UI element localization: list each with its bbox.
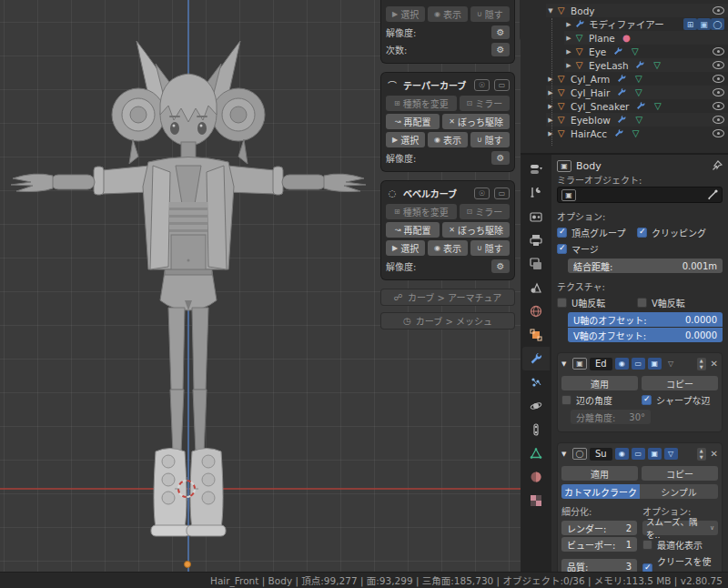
select-button[interactable]: ▶選択 xyxy=(386,6,425,22)
hide-button[interactable]: ∪隠す xyxy=(470,6,510,22)
rearrange-button[interactable]: ↝再配置 xyxy=(386,114,440,129)
editmode-toggle[interactable]: ▣ xyxy=(648,358,662,370)
resolution-settings-button[interactable]: ⚙ xyxy=(491,259,510,273)
hide-button[interactable]: ∪隠す xyxy=(470,132,510,147)
modifier-name-field[interactable]: Ed xyxy=(590,358,612,370)
expand-arrow-icon[interactable]: ▶ xyxy=(546,89,555,96)
simple-button[interactable]: シンプル xyxy=(640,484,718,499)
mirror-button[interactable]: ⊡ミラー xyxy=(460,204,510,219)
visibility-eye-icon[interactable] xyxy=(713,61,724,69)
outliner-row-body[interactable]: ▼ ▽ Body xyxy=(546,4,728,17)
apply-button[interactable]: 適用 xyxy=(561,376,638,390)
close-icon[interactable]: ✕ xyxy=(711,449,718,459)
edge-angle-checkbox[interactable]: 辺の角度 xyxy=(561,393,642,407)
subsurf-modifier-icon[interactable]: ◯ xyxy=(711,18,724,30)
tab-render[interactable] xyxy=(522,205,550,228)
outliner-row-plane[interactable]: ▶ ▽ Plane ● xyxy=(564,31,728,45)
profile-icon-button[interactable]: ☉ xyxy=(474,188,490,199)
visibility-eye-icon[interactable] xyxy=(713,102,724,110)
expand-arrow-icon[interactable]: ▶ xyxy=(546,103,555,110)
expand-arrow-icon[interactable]: ▼ xyxy=(546,7,555,15)
sharp-edges-checkbox[interactable]: シャープな辺 xyxy=(642,393,710,407)
tab-output[interactable] xyxy=(522,228,550,252)
outliner-row-eyeblow[interactable]: ▶ ▽ Eyeblow ▽ xyxy=(546,113,728,127)
tab-tool[interactable] xyxy=(522,181,550,205)
curve-to-armature-button[interactable]: ☍カーブ > アーマチュア xyxy=(380,289,515,306)
offset-u-slider[interactable]: U軸のオフセット:0.0000 xyxy=(568,312,723,327)
expand-arrow-icon[interactable]: ▶ xyxy=(564,35,573,42)
modifier-name-field[interactable]: Su xyxy=(590,448,612,461)
render-toggle[interactable]: ◉ xyxy=(615,448,629,460)
visibility-eye-icon[interactable] xyxy=(713,88,724,96)
use-creases-checkbox[interactable]: クリースを使用 xyxy=(642,554,718,572)
viewport-levels-field[interactable]: ビューポー:1 xyxy=(561,537,637,552)
editor-type-selector[interactable] xyxy=(522,157,550,181)
outliner-row-cyl-hair[interactable]: ▶ ▽ Cyl_Hair ▽ xyxy=(546,86,728,99)
visibility-eye-icon[interactable] xyxy=(713,6,724,15)
mirror-button[interactable]: ⊡ミラー xyxy=(460,96,510,111)
select-button[interactable]: ▶選択 xyxy=(386,132,425,147)
show-button[interactable]: ◉表示 xyxy=(428,6,467,22)
show-button[interactable]: ◉表示 xyxy=(428,132,467,147)
visibility-eye-icon[interactable] xyxy=(713,47,724,56)
tab-scene[interactable] xyxy=(522,276,550,299)
outliner-row-modifiers[interactable]: ▶ モディファイアー ⊞ ▣ ◯ xyxy=(564,17,728,31)
vertex-groups-checkbox[interactable]: 頂点グループ xyxy=(557,226,637,239)
tab-object[interactable] xyxy=(522,323,550,347)
eyedropper-icon[interactable] xyxy=(707,189,718,200)
hide-button[interactable]: ∪隠す xyxy=(470,240,510,256)
uv-smooth-dropdown[interactable]: スムーズ、隅を..∨ xyxy=(642,521,718,535)
copy-button[interactable]: コピー xyxy=(642,466,718,481)
editmode-toggle[interactable]: ▣ xyxy=(648,448,662,460)
clipping-checkbox[interactable]: クリッピング xyxy=(637,226,706,239)
tab-texture[interactable] xyxy=(522,489,550,512)
offset-v-slider[interactable]: V軸のオフセット:0.0000 xyxy=(568,328,723,342)
curve-to-mesh-button[interactable]: ◷カーブ > メッシュ xyxy=(380,312,515,329)
3d-viewport[interactable]: ▶選択 ◉表示 ∪隠す 解像度:⚙ 次数:⚙ ⌒ テーパーカーブ ☉ ▭ ⊞種類… xyxy=(0,0,521,572)
mirror-modifier-icon[interactable]: ⊞ xyxy=(683,18,697,30)
tab-object-data[interactable] xyxy=(522,441,550,465)
render-levels-field[interactable]: レンダー:2 xyxy=(561,521,637,535)
move-modifier-buttons[interactable]: ▲▼ xyxy=(697,358,706,370)
visibility-eye-icon[interactable] xyxy=(713,75,724,83)
outliner-row-cyl-arm[interactable]: ▶ ▽ Cyl_Arm ▽ xyxy=(546,72,728,86)
visibility-eye-icon[interactable] xyxy=(713,116,724,124)
render-toggle[interactable]: ◉ xyxy=(615,358,629,370)
merge-limit-slider[interactable]: 結合距離:0.001m xyxy=(568,259,723,273)
collapse-arrow-icon[interactable]: ▼ xyxy=(561,451,570,458)
apply-button[interactable]: 適用 xyxy=(561,466,638,481)
tab-modifiers[interactable] xyxy=(522,347,550,370)
pin-icon[interactable] xyxy=(712,160,723,171)
outliner-row-eye[interactable]: ▶ ▽ Eye ▽ xyxy=(564,45,728,58)
rearrange-button[interactable]: ↝再配置 xyxy=(386,222,440,238)
screen-icon-button[interactable]: ▭ xyxy=(494,188,510,199)
mirror-object-field[interactable]: ▣ xyxy=(557,187,723,203)
copy-button[interactable]: コピー xyxy=(642,376,718,390)
flip-u-checkbox[interactable]: U軸反転 xyxy=(557,296,637,309)
show-button[interactable]: ◉表示 xyxy=(428,240,467,256)
expand-arrow-icon[interactable]: ▶ xyxy=(546,130,555,137)
catmull-clark-button[interactable]: カトマルクラーク xyxy=(561,484,640,499)
realtime-toggle[interactable]: ▭ xyxy=(632,448,645,460)
profile-icon-button[interactable]: ☉ xyxy=(474,79,490,91)
close-icon[interactable]: ✕ xyxy=(711,359,718,369)
expand-arrow-icon[interactable]: ▶ xyxy=(564,21,573,28)
change-type-button[interactable]: ⊞種類を変更 xyxy=(386,204,457,219)
cage-toggle[interactable]: ▽ xyxy=(664,448,678,460)
tab-constraints[interactable] xyxy=(522,418,550,441)
tab-world[interactable] xyxy=(522,299,550,323)
expand-arrow-icon[interactable]: ▶ xyxy=(546,76,555,83)
quality-field[interactable]: 品質:3 xyxy=(561,559,637,572)
outliner-row-cyl-sneaker[interactable]: ▶ ▽ Cyl_Sneaker ▽ xyxy=(546,99,728,113)
merge-checkbox[interactable]: マージ xyxy=(557,242,723,256)
flip-v-checkbox[interactable]: V軸反転 xyxy=(637,296,685,309)
realtime-toggle[interactable]: ▭ xyxy=(632,358,645,370)
expand-arrow-icon[interactable]: ▶ xyxy=(546,117,555,124)
cage-toggle[interactable]: ▽ xyxy=(664,358,678,370)
tab-material[interactable] xyxy=(522,465,550,489)
edgesplit-modifier-icon[interactable]: ▣ xyxy=(697,18,711,30)
expand-arrow-icon[interactable]: ▶ xyxy=(564,48,573,56)
screen-icon-button[interactable]: ▭ xyxy=(494,79,510,91)
order-settings-button[interactable]: ⚙ xyxy=(491,43,510,56)
collapse-arrow-icon[interactable]: ▼ xyxy=(561,360,570,368)
